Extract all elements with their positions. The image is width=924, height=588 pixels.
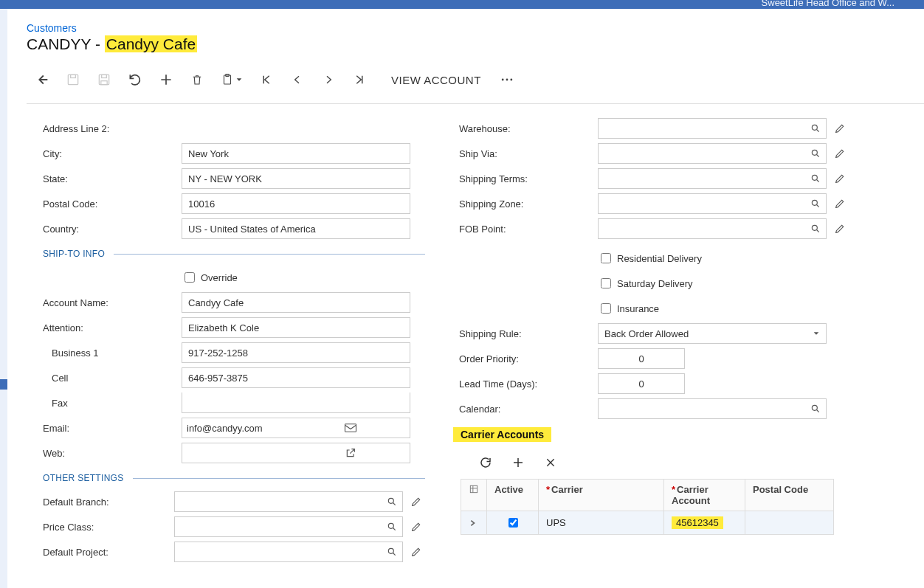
- branch-title: SweetLife Head Office and W...: [762, 0, 894, 8]
